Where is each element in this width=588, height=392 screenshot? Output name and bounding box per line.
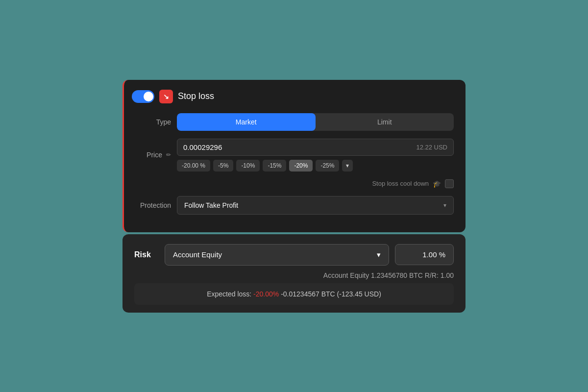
type-market-button[interactable]: Market — [177, 113, 316, 131]
cooldown-label: Stop loss cool down — [372, 180, 429, 187]
price-usd: 12.22 USD — [416, 144, 447, 151]
price-input-row: 0.00029296 12.22 USD — [177, 139, 454, 156]
type-group: Market Limit — [177, 113, 454, 131]
percent-btn-4[interactable]: -20% — [289, 160, 313, 172]
price-area: 0.00029296 12.22 USD -20.00 % -5% -10% -… — [177, 139, 454, 172]
price-label-group: Price ✏ — [132, 151, 171, 159]
risk-section: Risk Account Equity ▾ 1.00 % — [134, 244, 454, 266]
risk-dropdown[interactable]: Account Equity ▾ — [165, 244, 389, 266]
equity-info: Account Equity 1.23456780 BTC R/R: 1.00 — [134, 271, 454, 279]
cooldown-checkbox[interactable] — [445, 179, 454, 188]
enable-toggle[interactable] — [132, 90, 154, 103]
protection-label: Protection — [132, 201, 171, 209]
type-label: Type — [132, 118, 171, 126]
percent-btn-5[interactable]: -25% — [316, 160, 339, 172]
percent-btn-2[interactable]: -10% — [236, 160, 260, 172]
percent-btn-0[interactable]: -20.00 % — [177, 160, 210, 172]
card-header: ↘ Stop loss — [132, 90, 454, 103]
protection-dropdown[interactable]: Follow Take Profit ▾ — [177, 196, 454, 215]
expected-loss-usd: (-123.45 USD) — [337, 290, 381, 298]
risk-chevron-icon: ▾ — [377, 250, 381, 259]
expected-loss-btc: -0.01234567 BTC — [281, 290, 335, 298]
card-title: Stop loss — [178, 91, 214, 101]
risk-card: Risk Account Equity ▾ 1.00 % Account Equ… — [122, 234, 466, 313]
expected-loss-label: Expected loss: — [207, 290, 251, 298]
cooldown-row: Stop loss cool down 🎓 — [132, 179, 454, 188]
percent-btn-1[interactable]: -5% — [213, 160, 233, 172]
graduation-cap-icon: 🎓 — [433, 180, 441, 188]
type-limit-button[interactable]: Limit — [316, 113, 454, 131]
stop-loss-icon: ↘ — [159, 90, 173, 103]
percent-btn-3[interactable]: -15% — [263, 160, 286, 172]
expected-loss-percent: -20.00% — [253, 290, 279, 298]
expected-loss-bar: Expected loss: -20.00% -0.01234567 BTC (… — [134, 283, 454, 305]
percent-more-button[interactable]: ▾ — [342, 160, 353, 172]
percent-row: -20.00 % -5% -10% -15% -20% -25% ▾ — [177, 160, 454, 172]
price-value[interactable]: 0.00029296 — [183, 143, 416, 151]
risk-label: Risk — [134, 250, 159, 259]
protection-chevron-icon: ▾ — [443, 202, 446, 209]
risk-percent-input[interactable]: 1.00 % — [395, 244, 454, 265]
stop-loss-card: ↘ Stop loss Type Market Limit Price ✏ 0.… — [122, 80, 466, 232]
protection-value: Follow Take Profit — [184, 201, 238, 209]
type-row: Type Market Limit — [132, 113, 454, 131]
toggle-knob — [144, 92, 153, 101]
main-container: ↘ Stop loss Type Market Limit Price ✏ 0.… — [122, 80, 466, 313]
risk-dropdown-value: Account Equity — [173, 250, 222, 259]
edit-icon[interactable]: ✏ — [166, 151, 171, 158]
price-label: Price — [147, 151, 162, 159]
price-row: Price ✏ 0.00029296 12.22 USD -20.00 % -5… — [132, 139, 454, 172]
protection-row: Protection Follow Take Profit ▾ — [132, 196, 454, 215]
